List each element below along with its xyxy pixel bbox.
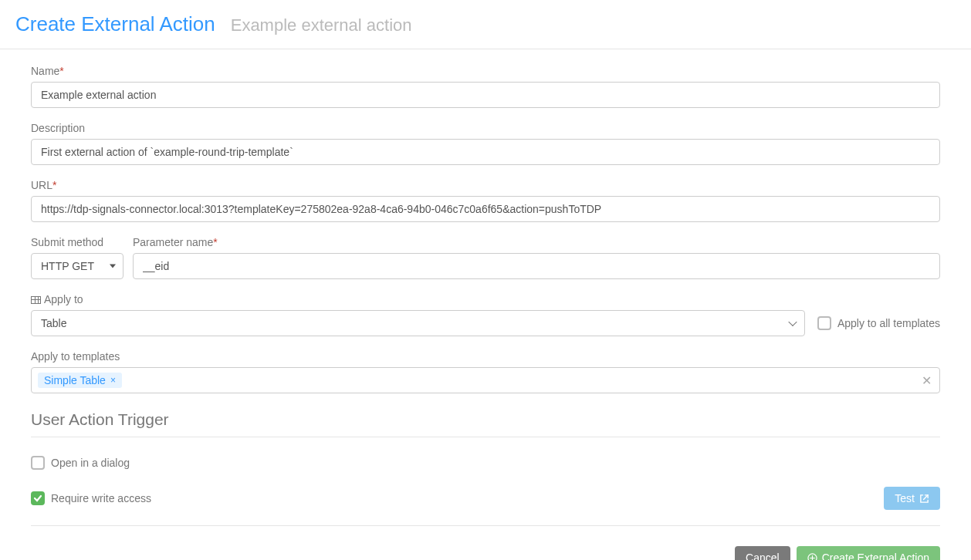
field-name: Name* (31, 65, 940, 108)
footer-buttons: Cancel Create External Action (31, 546, 940, 560)
field-description: Description (31, 122, 940, 165)
submit-method-label: Submit method (31, 236, 123, 248)
open-dialog-checkbox[interactable] (31, 456, 45, 470)
field-apply-to: Apply to Table Apply to all templates (31, 293, 940, 336)
description-input[interactable] (31, 139, 940, 165)
section-divider (31, 437, 940, 437)
page-header: Create External Action Example external … (0, 0, 971, 49)
page-subtitle: Example external action (231, 15, 412, 35)
require-write-text: Require write access (51, 492, 151, 504)
table-icon (31, 296, 41, 304)
external-link-icon (919, 494, 929, 504)
description-label: Description (31, 122, 940, 134)
test-button-label: Test (895, 492, 915, 504)
apply-to-row: Table Apply to all templates (31, 310, 940, 336)
user-action-trigger-title: User Action Trigger (31, 410, 940, 429)
submit-method-select-wrap: HTTP GET (31, 253, 123, 279)
url-label: URL* (31, 179, 940, 191)
check-icon (33, 494, 42, 503)
apply-templates-label: Apply to templates (31, 350, 940, 363)
plus-circle-icon (807, 553, 817, 561)
apply-all-templates-checkbox[interactable] (817, 316, 831, 330)
field-submit-method: Submit method HTTP GET (31, 236, 123, 279)
apply-to-select-wrap: Table (31, 310, 805, 336)
open-dialog-text: Open in a dialog (51, 457, 130, 469)
field-apply-templates: Apply to templates Simple Table × ✕ (31, 350, 940, 393)
form: Name* Description URL* Submit method HTT… (0, 49, 971, 560)
create-button[interactable]: Create External Action (797, 546, 940, 560)
page-title: Create External Action (15, 12, 215, 36)
clear-all-tags-icon[interactable]: ✕ (922, 373, 932, 388)
require-write-row: Require write access Test (31, 482, 940, 514)
url-input[interactable] (31, 196, 940, 222)
parameter-name-label: Parameter name* (133, 236, 940, 248)
apply-to-select[interactable]: Table (31, 310, 805, 336)
name-label: Name* (31, 65, 940, 77)
submit-method-select[interactable]: HTTP GET (31, 253, 123, 279)
require-write-checkbox[interactable] (31, 491, 45, 505)
template-tag-remove-icon[interactable]: × (110, 376, 116, 385)
name-input[interactable] (31, 82, 940, 108)
template-tag[interactable]: Simple Table × (38, 373, 122, 388)
test-button[interactable]: Test (884, 487, 940, 510)
apply-all-templates-text: Apply to all templates (837, 317, 940, 329)
open-dialog-row: Open in a dialog (31, 451, 940, 474)
require-write-label[interactable]: Require write access (31, 491, 151, 505)
field-parameter-name: Parameter name* (133, 236, 940, 279)
create-button-label: Create External Action (822, 552, 929, 560)
field-url: URL* (31, 179, 940, 222)
section-divider (31, 525, 940, 526)
apply-to-label: Apply to (31, 293, 940, 305)
parameter-name-input[interactable] (133, 253, 940, 279)
template-tag-label: Simple Table (44, 374, 106, 386)
method-param-row: Submit method HTTP GET Parameter name* (31, 236, 940, 279)
apply-all-templates-label[interactable]: Apply to all templates (817, 316, 940, 330)
apply-templates-input[interactable]: Simple Table × ✕ (31, 367, 940, 393)
cancel-button[interactable]: Cancel (735, 546, 790, 560)
open-dialog-label[interactable]: Open in a dialog (31, 456, 130, 470)
